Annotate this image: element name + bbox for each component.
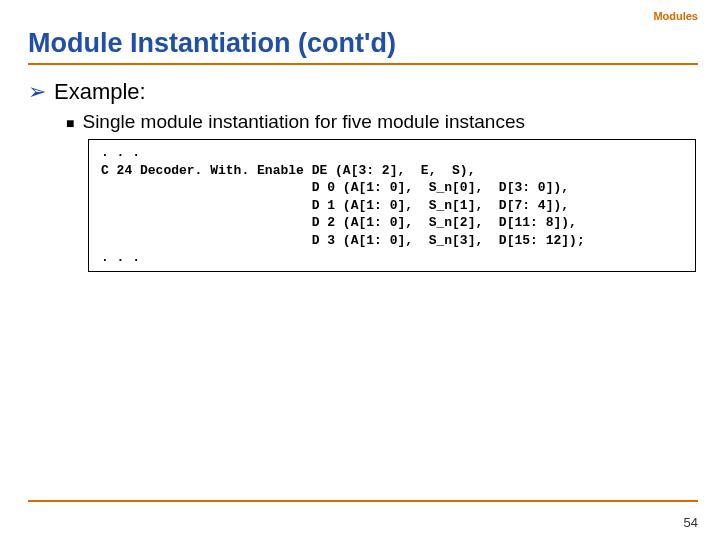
section-label: Modules — [653, 10, 698, 22]
square-bullet-icon: ■ — [66, 115, 74, 131]
slide-title: Module Instantiation (cont'd) — [28, 28, 720, 59]
bullet-level-1-text: Example: — [54, 79, 146, 105]
bullet-level-2-text: Single module instantiation for five mod… — [82, 111, 525, 133]
triangle-bullet-icon: ➢ — [28, 79, 46, 105]
slide-body: ➢ Example: ■ Single module instantiation… — [28, 79, 698, 272]
code-block: . . . C 24 Decoder. With. Enable DE (A[3… — [88, 139, 696, 272]
page-number: 54 — [684, 515, 698, 530]
title-rule — [28, 63, 698, 65]
footer-rule — [28, 500, 698, 502]
bullet-level-1: ➢ Example: — [28, 79, 698, 105]
bullet-level-2: ■ Single module instantiation for five m… — [66, 111, 698, 133]
